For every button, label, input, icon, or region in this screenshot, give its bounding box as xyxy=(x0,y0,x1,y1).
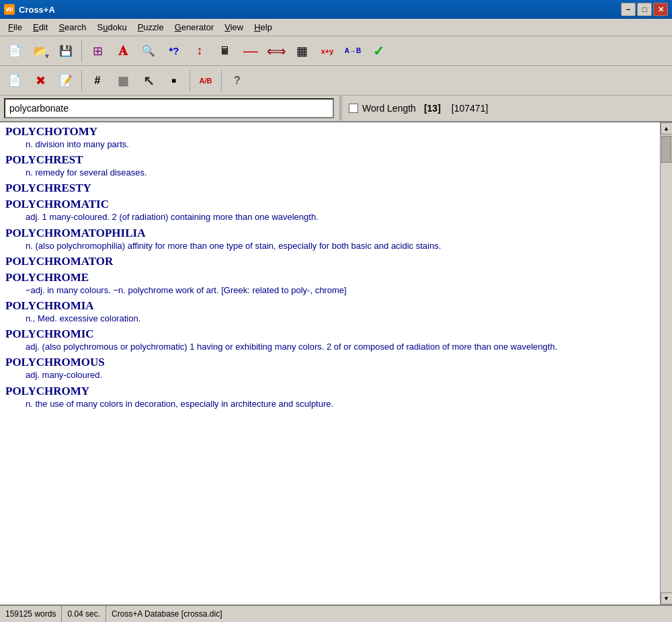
save-icon: 💾 xyxy=(59,44,73,57)
new-doc-icon: 📄 xyxy=(8,44,22,57)
entry-word: POLYCHROMIA xyxy=(5,299,655,313)
menu-search[interactable]: Search xyxy=(53,21,91,34)
search-button[interactable]: 🔍 xyxy=(136,39,161,63)
word-length-total: [107471] xyxy=(452,103,489,114)
menu-sudoku[interactable]: Sudoku xyxy=(92,21,132,34)
edit-icon: 📝 xyxy=(59,74,73,87)
ab-icon: A→B xyxy=(345,47,361,54)
results-scrollbar: ▲ ▼ xyxy=(660,122,672,605)
list-item[interactable]: POLYCHROMIAn., Med. excessive coloration… xyxy=(5,299,655,325)
grid2-button[interactable]: ▦ xyxy=(111,69,135,93)
list-item[interactable]: POLYCHROMYn. the use of many colors in d… xyxy=(5,385,655,410)
dash-button[interactable]: — xyxy=(239,39,263,63)
entry-word: POLYCHRESTY xyxy=(5,182,655,195)
word-length-area: Word Length [13] [107471] xyxy=(349,103,668,114)
entry-word: POLYCHROMIC xyxy=(5,327,655,341)
new-file-button[interactable]: 📄 xyxy=(3,39,27,63)
add-doc-button[interactable]: 📄 xyxy=(3,69,27,93)
minimize-button[interactable]: − xyxy=(621,3,636,16)
menu-edit[interactable]: Edit xyxy=(28,21,53,34)
ab-replace-button[interactable]: A→B xyxy=(341,39,365,63)
question-button[interactable]: *? xyxy=(162,39,186,63)
ab2-icon: A/B xyxy=(200,77,212,85)
calculator-button[interactable]: 🖩 xyxy=(213,39,237,63)
add-doc-icon: 📄 xyxy=(8,74,22,87)
app-icon: WI xyxy=(4,4,15,15)
list-item[interactable]: POLYCHROMATICadj. 1 many-coloured. 2 (of… xyxy=(5,198,655,223)
close-button[interactable]: ✕ xyxy=(653,3,668,16)
list-item[interactable]: POLYCHROMICadj. (also polychromous or po… xyxy=(5,327,655,353)
delete-icon: ✖ xyxy=(36,73,46,88)
sort-button[interactable]: ↕ xyxy=(187,39,212,63)
results-list[interactable]: POLYCHOTOMYn. division into many parts.P… xyxy=(0,122,660,605)
dropdown-arrow-icon: ▼ xyxy=(44,52,50,60)
list-item[interactable]: POLYCHROMATOPHILIAn. (also polychromophi… xyxy=(5,227,655,252)
cursor-select-button[interactable]: ↖ xyxy=(136,69,161,93)
list-item[interactable]: POLYCHROMOUSadj. many-coloured. xyxy=(5,356,655,381)
entry-definition: −adj. in many colours. −n. polychrome wo… xyxy=(5,284,655,297)
title-bar: WI Cross+A − □ ✕ xyxy=(0,0,672,19)
number-button[interactable]: # xyxy=(85,69,110,93)
sort-arrows-icon: ↕ xyxy=(197,44,203,58)
entry-definition: n., Med. excessive coloration. xyxy=(5,313,655,325)
move-button[interactable]: ⟺ xyxy=(264,39,288,63)
number-icon: # xyxy=(95,75,101,87)
entry-definition: adj. many-coloured. xyxy=(5,369,655,381)
menu-file[interactable]: File xyxy=(3,21,28,34)
entry-definition: n. division into many parts. xyxy=(5,139,655,151)
entry-definition: n. remedy for several diseases. xyxy=(5,167,655,179)
status-time: 0.04 sec. xyxy=(62,606,106,622)
menu-puzzle[interactable]: Puzzle xyxy=(132,21,169,34)
save-file-button[interactable]: 💾 xyxy=(54,39,78,63)
xy-button[interactable]: x+y xyxy=(315,39,339,63)
table-button[interactable]: ▦ xyxy=(290,39,314,63)
list-item[interactable]: POLYCHRESTY xyxy=(5,182,655,195)
toolbar-separator-3 xyxy=(190,70,190,91)
help-button[interactable]: ? xyxy=(225,69,249,93)
font-button[interactable]: 𝐀 xyxy=(111,39,135,63)
toolbar-separator-1 xyxy=(81,40,82,62)
list-item[interactable]: POLYCHRESTn. remedy for several diseases… xyxy=(5,153,655,179)
search-bar: Word Length [13] [107471] xyxy=(0,95,672,122)
status-word-count: 159125 words xyxy=(0,606,62,622)
status-database: Cross+A Database [crossa.dic] xyxy=(106,606,672,622)
open-file-button[interactable]: 📂 ▼ xyxy=(28,39,52,63)
checkmark-button[interactable]: ✓ xyxy=(366,39,390,63)
app-title: Cross+A xyxy=(19,5,55,15)
search-input[interactable] xyxy=(4,98,334,118)
table-icon: ▦ xyxy=(296,44,308,59)
entry-word: POLYCHROMATIC xyxy=(5,198,655,211)
scroll-thumb[interactable] xyxy=(661,136,671,163)
maximize-button[interactable]: □ xyxy=(637,3,652,16)
edit-entry-button[interactable]: 📝 xyxy=(54,69,78,93)
search-divider xyxy=(339,96,343,120)
block-button[interactable]: ▪ xyxy=(162,69,186,93)
grid-icon: ⊞ xyxy=(93,44,103,59)
entry-word: POLYCHROMOUS xyxy=(5,356,655,369)
word-length-checkbox[interactable] xyxy=(349,104,358,113)
toolbar-secondary: 📄 ✖ 📝 # ▦ ↖ ▪ A/B ? xyxy=(0,66,672,95)
entry-word: POLYCHROMATOR xyxy=(5,255,655,268)
ab2-button[interactable]: A/B xyxy=(194,69,218,93)
calculator-icon: 🖩 xyxy=(220,45,230,57)
grid-button[interactable]: ⊞ xyxy=(85,39,110,63)
menu-help[interactable]: Help xyxy=(249,21,278,34)
menu-view[interactable]: View xyxy=(219,21,249,34)
grid2-icon: ▦ xyxy=(118,73,129,88)
list-item[interactable]: POLYCHROME−adj. in many colours. −n. pol… xyxy=(5,271,655,297)
block-icon: ▪ xyxy=(171,72,177,89)
scroll-up-button[interactable]: ▲ xyxy=(661,122,673,134)
title-left: WI Cross+A xyxy=(4,4,55,15)
word-length-label[interactable]: Word Length xyxy=(362,103,416,114)
cursor-icon: ↖ xyxy=(143,73,155,89)
delete-button[interactable]: ✖ xyxy=(28,69,52,93)
entry-word: POLYCHOTOMY xyxy=(5,125,655,139)
scroll-down-button[interactable]: ▼ xyxy=(661,592,673,605)
menu-generator[interactable]: Generator xyxy=(169,21,220,34)
list-item[interactable]: POLYCHROMATOR xyxy=(5,255,655,268)
scroll-track[interactable] xyxy=(661,134,672,592)
xy-icon: x+y xyxy=(321,47,334,55)
status-bar: 159125 words 0.04 sec. Cross+A Database … xyxy=(0,605,672,622)
list-item[interactable]: POLYCHOTOMYn. division into many parts. xyxy=(5,125,655,151)
entry-word: POLYCHROME xyxy=(5,271,655,284)
